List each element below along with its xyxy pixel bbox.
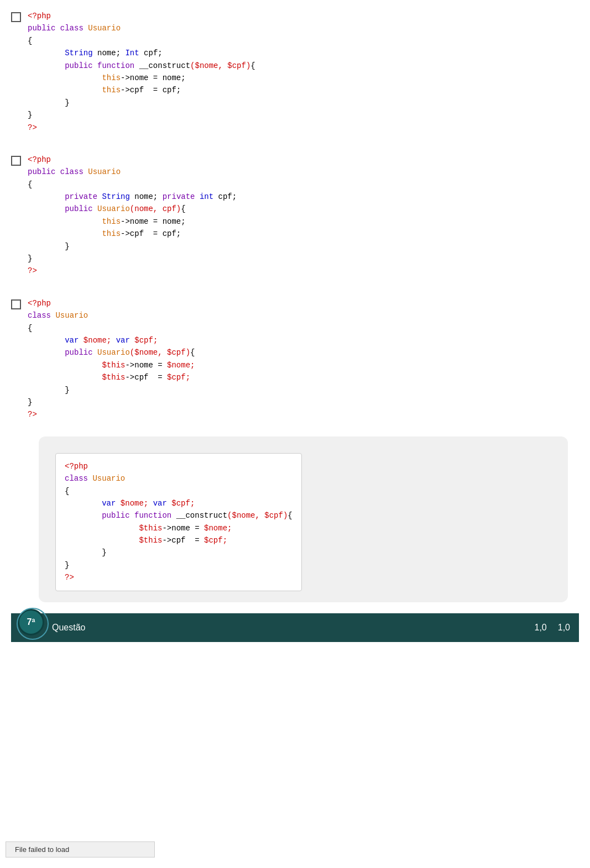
code-content-3: <?phpclass Usuario{ var $nome; var $cpf;… bbox=[28, 297, 195, 421]
options-container: <?phppublic class Usuario{ String nome; … bbox=[11, 6, 579, 425]
question-label: Questão bbox=[52, 623, 85, 633]
file-failed-message: File failed to load bbox=[15, 845, 69, 854]
score1: 1,0 bbox=[535, 623, 547, 633]
question-badge: 7ª bbox=[17, 608, 45, 636]
checkbox-3[interactable] bbox=[11, 299, 21, 309]
code-option-3: <?phpclass Usuario{ var $nome; var $cpf;… bbox=[11, 293, 579, 425]
main-content: <?phppublic class Usuario{ String nome; … bbox=[0, 0, 590, 868]
checkbox-2[interactable] bbox=[11, 156, 21, 166]
answer-panel: <?phpclass Usuario{ var $nome; var $cpf;… bbox=[39, 436, 568, 602]
checkbox-container-3 bbox=[11, 299, 21, 312]
question-bar: 7ª Questão 1,0 1,0 bbox=[11, 613, 579, 642]
code-option-2: <?phppublic class Usuario{ private Strin… bbox=[11, 149, 579, 282]
checkbox-1[interactable] bbox=[11, 12, 21, 22]
checkbox-container-1 bbox=[11, 12, 21, 24]
checkbox-container-2 bbox=[11, 156, 21, 168]
answer-code-box: <?phpclass Usuario{ var $nome; var $cpf;… bbox=[55, 453, 302, 591]
question-scores: 1,0 1,0 bbox=[535, 623, 571, 633]
score2: 1,0 bbox=[558, 623, 570, 633]
code-content-2: <?phppublic class Usuario{ private Strin… bbox=[28, 154, 237, 277]
code-option-1: <?phppublic class Usuario{ String nome; … bbox=[11, 6, 579, 138]
badge-circle: 7ª bbox=[18, 609, 44, 635]
badge-number: 7ª bbox=[27, 617, 35, 627]
empty-area bbox=[11, 642, 579, 863]
code-content-1: <?phppublic class Usuario{ String nome; … bbox=[28, 10, 255, 134]
file-failed-notice: File failed to load bbox=[6, 841, 155, 858]
